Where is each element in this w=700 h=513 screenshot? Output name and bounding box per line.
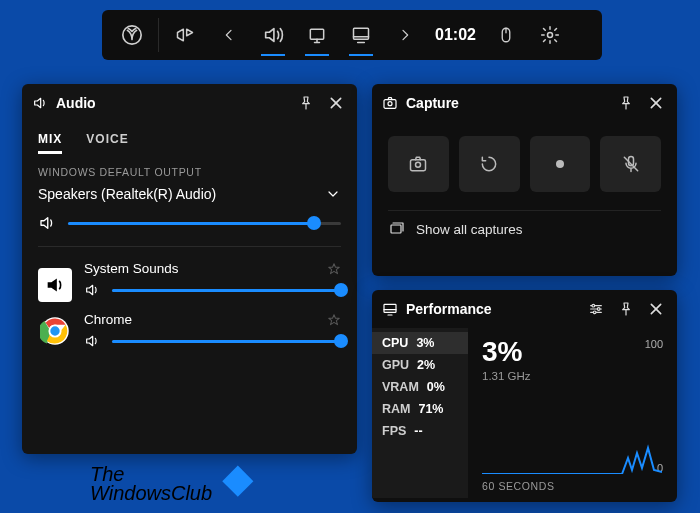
app-volume-row: Chrome — [38, 310, 341, 351]
chrome-icon — [38, 314, 72, 348]
sliders-icon[interactable] — [585, 298, 607, 320]
performance-icon — [382, 301, 398, 317]
volume-icon[interactable] — [84, 282, 100, 298]
app-name: System Sounds — [84, 261, 179, 276]
show-all-captures-button[interactable]: Show all captures — [388, 210, 661, 247]
tab-voice[interactable]: VOICE — [86, 126, 128, 156]
performance-icon[interactable] — [339, 10, 383, 60]
metric-ram[interactable]: RAM 71% — [372, 398, 468, 420]
app-volume-slider[interactable] — [112, 289, 341, 292]
audio-header: Audio — [22, 84, 357, 122]
svg-point-21 — [597, 308, 600, 311]
show-all-captures-label: Show all captures — [416, 222, 523, 237]
pin-icon[interactable] — [615, 298, 637, 320]
svg-rect-14 — [411, 160, 426, 171]
performance-frequency: 1.31 GHz — [482, 370, 663, 382]
output-device-name: Speakers (Realtek(R) Audio) — [38, 186, 216, 202]
gallery-icon — [388, 221, 406, 237]
svg-point-20 — [592, 304, 595, 307]
widgets-icon[interactable] — [163, 10, 207, 60]
performance-graph-area: 3% 1.31 GHz 100 0 60 SECONDS — [468, 328, 677, 498]
settings-icon[interactable] — [528, 10, 572, 60]
svg-point-11 — [388, 102, 392, 106]
audio-widget: Audio MIX VOICE WINDOWS DEFAULT OUTPUT S… — [22, 84, 357, 454]
volume-icon[interactable] — [84, 333, 100, 349]
xbox-icon[interactable] — [110, 10, 154, 60]
star-icon[interactable] — [327, 262, 341, 276]
record-last-button[interactable] — [459, 136, 520, 192]
system-sounds-icon — [38, 268, 72, 302]
svg-point-22 — [593, 311, 596, 314]
watermark: The WindowsClub — [90, 465, 248, 503]
svg-point-4 — [547, 33, 552, 38]
audio-title: Audio — [56, 95, 96, 111]
capture-header: Capture — [372, 84, 677, 122]
volume-icon[interactable] — [38, 214, 56, 232]
watermark-logo-icon — [222, 466, 253, 497]
close-icon[interactable] — [645, 92, 667, 114]
metric-vram[interactable]: VRAM 0% — [372, 376, 468, 398]
output-section-label: WINDOWS DEFAULT OUTPUT — [38, 166, 341, 178]
output-device-row[interactable]: Speakers (Realtek(R) Audio) — [38, 182, 341, 214]
pin-icon[interactable] — [615, 92, 637, 114]
performance-header: Performance — [372, 290, 677, 328]
record-button[interactable] — [530, 136, 591, 192]
metric-fps[interactable]: FPS -- — [372, 420, 468, 442]
screenshot-button[interactable] — [388, 136, 449, 192]
next-icon[interactable] — [383, 10, 427, 60]
audio-icon[interactable] — [251, 10, 295, 60]
svg-rect-10 — [384, 100, 396, 109]
pin-icon[interactable] — [295, 92, 317, 114]
svg-point-16 — [556, 160, 564, 168]
capture-title: Capture — [406, 95, 459, 111]
performance-widget: Performance CPU 3% GPU 2% VRAM 0% — [372, 290, 677, 502]
audio-tabs: MIX VOICE — [22, 122, 357, 156]
chevron-down-icon — [325, 186, 341, 202]
capture-widget: Capture Show all captures — [372, 84, 677, 276]
svg-rect-2 — [354, 28, 369, 39]
close-icon[interactable] — [325, 92, 347, 114]
time-axis-label: 60 SECONDS — [482, 480, 555, 492]
star-icon[interactable] — [327, 313, 341, 327]
svg-rect-1 — [310, 29, 323, 39]
app-name: Chrome — [84, 312, 132, 327]
toolbar-time: 01:02 — [427, 10, 484, 60]
volume-icon — [32, 95, 48, 111]
prev-icon[interactable] — [207, 10, 251, 60]
performance-big-value: 3% — [482, 336, 663, 368]
svg-rect-18 — [391, 225, 401, 233]
close-icon[interactable] — [645, 298, 667, 320]
gamebar-toolbar: 01:02 — [102, 10, 602, 60]
performance-sparkline — [482, 398, 662, 474]
app-volume-slider[interactable] — [112, 340, 341, 343]
mic-off-button[interactable] — [600, 136, 661, 192]
svg-point-15 — [416, 162, 421, 167]
tab-mix[interactable]: MIX — [38, 126, 62, 156]
metric-gpu[interactable]: GPU 2% — [372, 354, 468, 376]
metric-cpu[interactable]: CPU 3% — [372, 332, 468, 354]
performance-metrics-list: CPU 3% GPU 2% VRAM 0% RAM 71% FPS -- — [372, 328, 468, 498]
master-volume-slider[interactable] — [68, 222, 341, 225]
capture-icon[interactable] — [295, 10, 339, 60]
axis-label-high: 100 — [645, 338, 663, 350]
separator — [38, 246, 341, 247]
app-volume-row: System Sounds — [38, 259, 341, 310]
svg-rect-19 — [384, 304, 396, 312]
performance-title: Performance — [406, 301, 492, 317]
toolbar-divider — [158, 18, 159, 52]
camera-icon — [382, 95, 398, 111]
mouse-icon[interactable] — [484, 10, 528, 60]
